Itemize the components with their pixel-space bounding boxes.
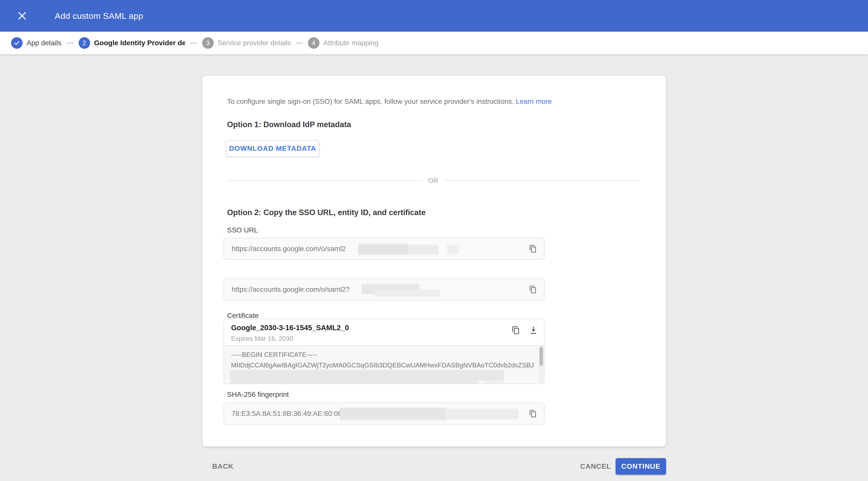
divider-label: OR [423,177,444,185]
step-connector [67,43,73,43]
sso-url-value: https://accounts.google.com/o/saml2 [231,245,346,253]
step-connector [190,43,197,43]
redacted-value [445,409,518,419]
sha256-field: 78:E3:5A:8A:51:8B:36:49:AE:60:08:EA [223,402,545,425]
step-label: Attribute mapping [323,39,378,47]
certificate-card: Google_2030-3-16-1545_SAML2_0 Expires Ma… [223,319,545,384]
back-button[interactable]: BACK [212,462,234,471]
step-number-badge: 3 [202,37,214,49]
download-icon[interactable] [528,325,539,336]
step-service-provider-details[interactable]: 3 Service provider details [202,37,291,49]
redacted-value [447,245,459,254]
continue-button[interactable]: CONTINUE [616,458,666,475]
sso-url-label: SSO URL [227,226,258,234]
certificate-name: Google_2030-3-16-1545_SAML2_0 [231,324,349,332]
step-label: Google Identity Provider details [94,39,185,47]
certificate-body: -----BEGIN CERTIFICATE----- MIIDdjCCAl6g… [224,345,544,384]
redacted-value [230,381,479,384]
stepper: App details 2 Google Identity Provider d… [0,32,868,54]
copy-icon[interactable] [510,325,521,336]
copy-icon[interactable] [527,284,538,295]
dialog-title: Add custom SAML app [55,0,143,32]
copy-icon[interactable] [527,408,538,419]
certificate-expiry: Expires Mar 16, 2030 [231,335,293,342]
sha256-label: SHA-256 fingerprint [227,391,289,398]
step-number-badge: 2 [79,37,90,49]
content-card: To configure single sign-on (SSO) for SA… [203,76,666,447]
certificate-pem-line: -----BEGIN CERTIFICATE----- [231,349,544,360]
step-label: App details [27,39,62,47]
redacted-value [230,370,504,381]
step-label: Service provider details [218,39,291,47]
cancel-button[interactable]: CANCEL [580,462,611,471]
redacted-value [408,245,438,254]
divider-line [227,180,423,181]
copy-icon[interactable] [527,243,538,254]
option1-heading: Option 1: Download IdP metadata [227,120,351,129]
certificate-header: Google_2030-3-16-1545_SAML2_0 Expires Ma… [224,319,544,345]
download-metadata-button[interactable]: DOWNLOAD METADATA [226,140,319,157]
close-icon[interactable] [16,9,29,22]
redacted-value [340,408,445,420]
learn-more-link[interactable]: Learn more [516,97,552,105]
certificate-pem-line: MIIDdjCCAl6gAwIBAgIGAZWjT2yoMA0GCSqGSIb3… [231,360,544,370]
or-divider: OR [227,176,640,185]
entity-id-field: https://accounts.google.com/o/saml2? [223,278,545,301]
intro-sentence: To configure single sign-on (SSO) for SA… [227,97,514,105]
certificate-actions [510,325,539,336]
divider-line [444,180,640,181]
step-app-details[interactable]: App details [11,37,62,49]
step-attribute-mapping[interactable]: 4 Attribute mapping [308,37,378,49]
dialog-titlebar: Add custom SAML app [0,0,868,32]
redacted-value [485,381,504,384]
entity-id-value: https://accounts.google.com/o/saml2? [231,285,350,294]
intro-text: To configure single sign-on (SSO) for SA… [227,97,552,106]
redacted-value [375,290,440,297]
step-connector [296,43,303,43]
step-number-badge: 4 [308,37,319,49]
step-done-check-icon [11,37,23,49]
step-google-idp-details[interactable]: 2 Google Identity Provider details [79,37,185,49]
redacted-value [358,244,408,255]
option2-heading: Option 2: Copy the SSO URL, entity ID, a… [227,208,426,217]
certificate-scrollbar-track [539,346,544,383]
sha256-value: 78:E3:5A:8A:51:8B:36:49:AE:60:08:EA [231,410,353,418]
certificate-scrollbar-thumb[interactable] [539,347,543,366]
sso-url-field: https://accounts.google.com/o/saml2 [223,238,545,260]
